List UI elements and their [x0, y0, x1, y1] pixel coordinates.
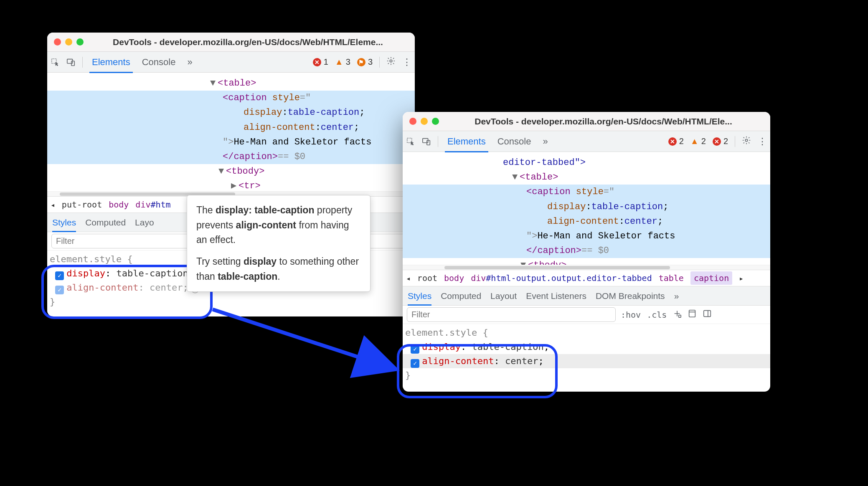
hov-toggle[interactable]: :hov — [621, 310, 641, 320]
inspect-icon[interactable] — [51, 58, 60, 67]
filter-row: :hov .cls — [403, 306, 770, 324]
tab-console[interactable]: Console — [495, 136, 534, 147]
toggle-sidebar-icon[interactable] — [703, 309, 712, 320]
kebab-icon[interactable]: ⋮ — [402, 57, 411, 68]
flag-count[interactable]: ⚑ 3 — [357, 57, 373, 67]
styles-subtabs: Styles Computed Layout Event Listeners D… — [403, 286, 770, 306]
kebab-icon[interactable]: ⋮ — [758, 136, 767, 147]
main-toolbar: Elements Console » ✕ 2 ▲ 2 ✕ 2 ⋮ — [403, 131, 770, 152]
breadcrumb-back[interactable]: ◂ — [51, 200, 55, 209]
crumb-div[interactable]: div#htm — [135, 200, 170, 210]
minimize-dot[interactable] — [421, 118, 428, 125]
tab-elements[interactable]: Elements — [89, 57, 133, 73]
device-toggle-icon[interactable] — [422, 137, 431, 146]
tab-more[interactable]: » — [185, 57, 195, 68]
highlight-outline-right — [397, 344, 558, 398]
main-toolbar: Elements Console » ✕ 1 ▲ 3 ⚑ 3 ⋮ — [47, 52, 415, 73]
separator — [438, 136, 438, 147]
error-count[interactable]: ✕ 2 — [668, 137, 684, 146]
dom-tree[interactable]: editor-tabbed"> ▼<table> <caption style=… — [403, 152, 770, 265]
crumb-body[interactable]: body — [444, 273, 464, 283]
subtab-styles[interactable]: Styles — [408, 291, 431, 306]
disclosure-triangle[interactable]: ▼ — [520, 258, 526, 265]
gear-icon[interactable] — [742, 136, 751, 147]
filter-input[interactable] — [407, 307, 616, 322]
flag-icon: ⚑ — [357, 58, 365, 66]
close-dot[interactable] — [409, 118, 416, 125]
dom-tree[interactable]: ▼<table> <caption style=" display: table… — [47, 73, 415, 191]
tooltip-inactive-property: The display: table-caption property prev… — [187, 195, 371, 292]
titlebar[interactable]: DevTools - developer.mozilla.org/en-US/d… — [403, 112, 770, 131]
error-icon: ✕ — [313, 58, 321, 66]
crumb-table[interactable]: table — [659, 273, 684, 283]
breadcrumb-forward[interactable]: ▸ — [739, 274, 744, 283]
zoom-dot[interactable] — [432, 118, 439, 125]
subtab-more[interactable]: » — [674, 291, 679, 301]
gear-icon[interactable] — [386, 56, 396, 68]
rule-selector: element.style { — [405, 326, 768, 340]
crumb-root[interactable]: root — [417, 273, 437, 283]
subtab-styles[interactable]: Styles — [52, 218, 76, 232]
tab-elements[interactable]: Elements — [445, 136, 488, 152]
disclosure-triangle[interactable]: ▼ — [512, 170, 518, 185]
breadcrumb[interactable]: ◂ root body div#html-output.output.edito… — [403, 270, 770, 286]
separator — [82, 57, 83, 68]
tab-console[interactable]: Console — [140, 57, 178, 68]
subtab-layout[interactable]: Layo — [135, 218, 154, 228]
separator — [735, 136, 735, 147]
svg-line-11 — [213, 309, 393, 368]
error-icon: ✕ — [668, 137, 677, 146]
subtab-computed[interactable]: Computed — [85, 218, 126, 228]
warning-count[interactable]: ▲ 2 — [690, 137, 706, 146]
subtab-computed[interactable]: Computed — [441, 291, 481, 301]
crumb-partial[interactable]: put-root — [62, 200, 102, 210]
warning-icon: ▲ — [690, 137, 699, 146]
crumb-body[interactable]: body — [109, 200, 129, 210]
svg-point-7 — [745, 139, 748, 142]
horizontal-scrollbar[interactable] — [403, 265, 770, 270]
breadcrumb-back[interactable]: ◂ — [406, 274, 411, 283]
inspect-icon[interactable] — [406, 137, 415, 146]
warning-icon: ▲ — [335, 58, 343, 66]
warning-count[interactable]: ▲ 3 — [335, 57, 350, 67]
disclosure-triangle[interactable]: ▼ — [218, 164, 224, 179]
svg-rect-10 — [704, 311, 711, 317]
subtab-dom-breakpoints[interactable]: DOM Breakpoints — [596, 291, 665, 301]
filter-tools: :hov .cls — [621, 309, 712, 320]
error-count[interactable]: ✕ 1 — [313, 57, 328, 67]
tab-more[interactable]: » — [540, 136, 550, 147]
close-dot[interactable] — [54, 38, 61, 46]
flag-icon: ✕ — [713, 137, 721, 146]
svg-rect-8 — [679, 315, 681, 318]
minimize-dot[interactable] — [65, 38, 72, 46]
device-toggle-icon[interactable] — [66, 58, 76, 67]
disclosure-triangle[interactable]: ▼ — [210, 76, 216, 91]
window-title: DevTools - developer.mozilla.org/en-US/d… — [443, 116, 764, 127]
cls-toggle[interactable]: .cls — [647, 310, 667, 320]
svg-rect-9 — [689, 310, 695, 317]
computed-styles-icon[interactable] — [688, 309, 697, 320]
crumb-caption[interactable]: caption — [690, 271, 732, 285]
crumb-div[interactable]: div#html-output.output.editor-tabbed — [471, 273, 652, 283]
new-style-rule-icon[interactable] — [673, 309, 682, 320]
flag-count[interactable]: ✕ 2 — [713, 137, 728, 146]
subtab-layout[interactable]: Layout — [490, 291, 517, 301]
titlebar[interactable]: DevTools - developer.mozilla.org/en-US/d… — [47, 33, 415, 52]
subtab-event-listeners[interactable]: Event Listeners — [526, 291, 586, 301]
svg-point-3 — [390, 60, 392, 62]
window-title: DevTools - developer.mozilla.org/en-US/d… — [88, 37, 408, 47]
zoom-dot[interactable] — [76, 38, 84, 46]
disclosure-triangle[interactable]: ▶ — [231, 179, 237, 191]
separator — [379, 57, 380, 68]
